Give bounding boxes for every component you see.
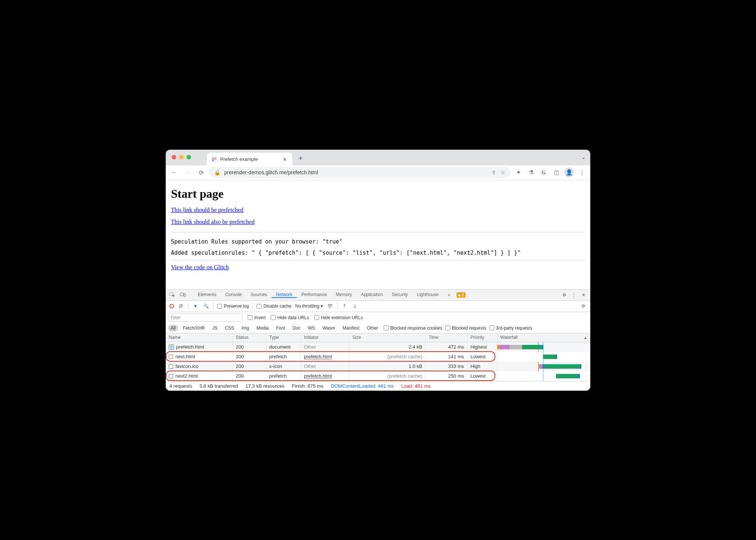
summary-finish: Finish: 875 ms — [292, 383, 324, 389]
side-panel-icon[interactable]: ◫ — [551, 167, 562, 178]
share-icon[interactable]: ⇪ — [492, 169, 496, 175]
devtools-tab-memory[interactable]: Memory — [331, 292, 356, 297]
disable-cache-checkbox[interactable]: Disable cache — [257, 304, 291, 309]
lock-icon: 🔒 — [214, 169, 220, 175]
close-window-button[interactable] — [172, 155, 176, 159]
divider — [171, 260, 585, 260]
filter-input[interactable]: Filter — [168, 314, 242, 322]
hide-data-urls-checkbox[interactable]: Hide data URLs — [271, 315, 309, 320]
column-name[interactable]: Name — [166, 333, 233, 342]
labs-icon[interactable]: ⚗ — [525, 167, 537, 178]
forward-button[interactable]: → — [182, 167, 193, 178]
toolbar-actions: ✦ ⚗ G ◫ 👤 ⋮ — [513, 167, 587, 178]
third-party-checkbox[interactable]: 3rd-party requests — [489, 325, 532, 331]
url-bar[interactable]: 🔒 prerender-demos.glitch.me/prefetch.htm… — [209, 167, 511, 178]
link-glitch[interactable]: View the code on Glitch — [171, 264, 229, 271]
blocked-requests-checkbox[interactable]: Blocked requests — [445, 325, 486, 331]
type-filter-media[interactable]: Media — [254, 325, 271, 331]
type-filter-ws[interactable]: WS — [305, 325, 318, 331]
column-time[interactable]: Time — [426, 333, 467, 342]
devtools-tab-lighthouse[interactable]: Lighthouse — [412, 292, 443, 297]
link-prefetched-1[interactable]: This link should be prefetched — [171, 207, 244, 213]
tabs-menu-button[interactable]: ⌄ — [581, 154, 586, 160]
type-filter-font[interactable]: Font — [273, 325, 288, 331]
settings-gear-icon[interactable]: ⚙ — [560, 290, 569, 299]
toolbar: ← → ⟳ 🔒 prerender-demos.glitch.me/prefet… — [166, 165, 590, 180]
svg-point-1 — [212, 160, 214, 161]
devtools-tab-elements[interactable]: Elements — [193, 292, 221, 297]
devices-icon[interactable] — [178, 290, 187, 299]
column-initiator[interactable]: Initiator — [301, 333, 349, 342]
profile-avatar[interactable]: 👤 — [563, 167, 575, 178]
type-filter-doc[interactable]: Doc — [290, 325, 303, 331]
new-tab-button[interactable]: + — [295, 153, 306, 164]
menu-icon[interactable]: ⋮ — [576, 167, 587, 178]
table-row[interactable]: next.html200prefetchprefetch.html(prefet… — [166, 352, 590, 362]
type-filter-manifest[interactable]: Manifest — [340, 325, 362, 331]
minimize-window-button[interactable] — [179, 155, 184, 159]
devtools-tab-performance[interactable]: Performance — [297, 292, 331, 297]
type-filter-fetchxhr[interactable]: Fetch/XHR — [180, 325, 207, 331]
star-icon[interactable]: ☆ — [501, 169, 505, 175]
table-row[interactable]: prefetch.html200documentOther2.4 kB472 m… — [166, 342, 590, 352]
column-waterfall[interactable]: Waterfall▲ — [497, 333, 590, 342]
back-button[interactable]: ← — [169, 167, 180, 178]
resource-icon — [169, 355, 173, 359]
hide-extension-urls-checkbox[interactable]: Hide extension URLs — [314, 315, 363, 320]
record-button[interactable] — [169, 304, 174, 308]
network-summary: 4 requests 5.6 kB transferred 17.3 kB re… — [166, 381, 590, 391]
column-size[interactable]: Size — [349, 333, 426, 342]
type-filter-css[interactable]: CSS — [222, 325, 237, 331]
filter-icon[interactable]: ▼ — [192, 303, 199, 309]
column-priority[interactable]: Priority — [467, 333, 497, 342]
blocked-cookies-checkbox[interactable]: Blocked response cookies — [384, 325, 442, 331]
warning-badge[interactable]: ■ 2 — [457, 292, 466, 298]
devtools-tabs: ElementsConsoleSourcesNetworkPerformance… — [166, 290, 590, 301]
devtools-tab-sources[interactable]: Sources — [246, 292, 271, 297]
type-filter-other[interactable]: Other — [364, 325, 381, 331]
search-icon[interactable]: 🔍 — [203, 303, 209, 309]
more-tabs-icon[interactable]: » — [445, 290, 454, 299]
throttling-select[interactable]: No throttling ▾ — [295, 304, 323, 309]
resource-icon — [169, 374, 173, 378]
google-icon[interactable]: G — [538, 167, 549, 178]
type-filter-wasm[interactable]: Wasm — [320, 325, 338, 331]
extensions-icon[interactable]: ✦ — [513, 167, 524, 178]
table-header: NameStatusTypeInitiatorSizeTimePriorityW… — [166, 333, 590, 342]
browser-tab[interactable]: Prefetch example ✕ — [207, 153, 292, 165]
table-row[interactable]: next2.html200prefetchprefetch.html(prefe… — [166, 371, 590, 381]
type-filter-img[interactable]: Img — [239, 325, 252, 331]
devtools-tab-network[interactable]: Network — [271, 292, 297, 298]
devtools-tab-console[interactable]: Console — [221, 292, 246, 297]
browser-window: Prefetch example ✕ + ⌄ ← → ⟳ 🔒 prerender… — [166, 150, 590, 391]
link-prefetched-2[interactable]: This link should also be prefetched — [171, 219, 254, 225]
reload-button[interactable]: ⟳ — [196, 167, 207, 178]
column-status[interactable]: Status — [233, 333, 266, 342]
fullscreen-window-button[interactable] — [187, 155, 191, 159]
document-icon — [169, 344, 174, 350]
network-filter-bar: Filter Invert Hide data URLs Hide extens… — [166, 312, 590, 333]
svg-rect-4 — [184, 294, 185, 296]
download-icon[interactable]: ⤓ — [352, 303, 358, 309]
column-type[interactable]: Type — [266, 333, 301, 342]
speculation-rules-text: Added speculationrules: " { "prefetch": … — [171, 247, 585, 258]
devtools-tab-security[interactable]: Security — [387, 292, 412, 297]
type-filter-js[interactable]: JS — [210, 325, 220, 331]
invert-checkbox[interactable]: Invert — [248, 315, 266, 320]
devtools-tab-application[interactable]: Application — [356, 292, 387, 297]
window-controls — [172, 155, 191, 159]
network-settings-icon[interactable]: ⚙ — [580, 303, 587, 309]
type-filter-row: AllFetch/XHRJSCSSImgMediaFontDocWSWasmMa… — [168, 325, 588, 331]
clear-button[interactable]: Ø — [178, 303, 184, 309]
close-tab-button[interactable]: ✕ — [283, 156, 287, 162]
summary-load: Load: 481 ms — [401, 383, 431, 389]
network-conditions-icon[interactable] — [327, 303, 333, 309]
devtools: ElementsConsoleSourcesNetworkPerformance… — [166, 289, 590, 391]
inspect-icon[interactable] — [168, 290, 177, 299]
kebab-menu-icon[interactable]: ⋮ — [569, 290, 578, 299]
table-row[interactable]: favicon.ico200x-iconOther1.0 kB333 msHig… — [166, 362, 590, 371]
type-filter-all[interactable]: All — [168, 325, 178, 331]
close-devtools-icon[interactable]: ✕ — [579, 290, 588, 299]
upload-icon[interactable]: ⤒ — [341, 303, 348, 309]
preserve-log-checkbox[interactable]: Preserve log — [217, 304, 249, 309]
